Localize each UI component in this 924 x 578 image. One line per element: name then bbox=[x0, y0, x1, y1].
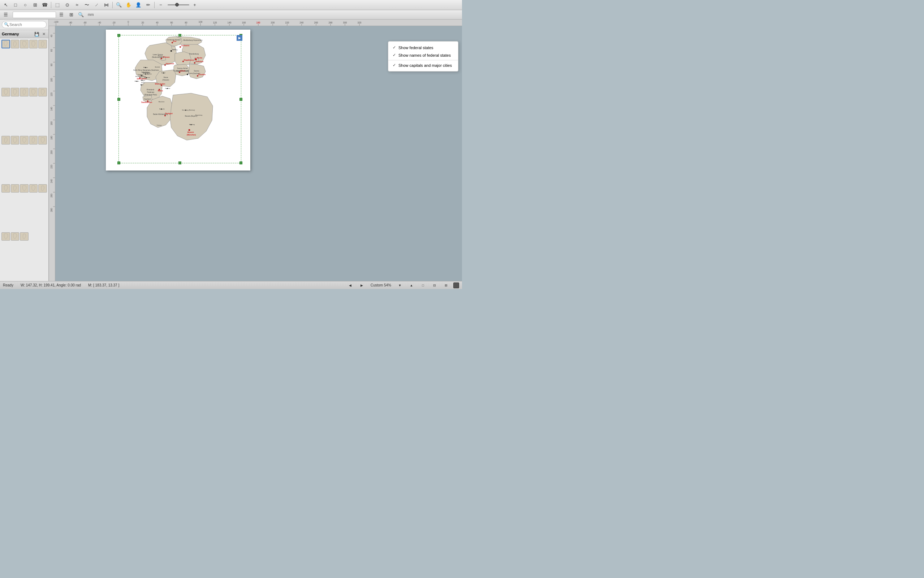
panel-close-btn[interactable]: ✕ bbox=[41, 31, 47, 37]
thumb-14[interactable] bbox=[29, 136, 38, 144]
svg-text:200: 200 bbox=[50, 150, 53, 154]
thumb-22[interactable] bbox=[11, 232, 19, 241]
next-page-btn[interactable]: ▶ bbox=[358, 281, 366, 289]
thumb-16[interactable] bbox=[2, 184, 10, 193]
label-rhineland3: (Rheinland-Pfalz) bbox=[144, 94, 157, 96]
label-mannheim: Mannheim bbox=[159, 101, 164, 102]
thumb-19[interactable] bbox=[29, 184, 38, 193]
view-multi-btn[interactable]: ⊞ bbox=[442, 281, 451, 289]
menu-item-capitals[interactable]: ✓ Show capitals and major cities bbox=[388, 62, 458, 69]
zoom-slider[interactable] bbox=[168, 4, 189, 5]
thumb-20[interactable] bbox=[38, 184, 47, 193]
freehand-tool[interactable]: 〜 bbox=[83, 1, 91, 9]
zoom-down-btn[interactable]: ▼ bbox=[396, 281, 404, 289]
user-tool[interactable]: 👤 bbox=[134, 1, 143, 9]
thumb-9[interactable] bbox=[29, 88, 38, 96]
label-munchen: (München) bbox=[187, 134, 196, 136]
zoom-level-label: Custom 54% bbox=[371, 283, 391, 287]
label-saarland: Saarland bbox=[144, 98, 151, 100]
svg-text:60: 60 bbox=[170, 21, 173, 24]
svg-text:40: 40 bbox=[156, 21, 159, 24]
thumb-23[interactable] bbox=[20, 232, 29, 241]
dot-bremen bbox=[161, 58, 162, 59]
panel-save-btn[interactable]: 💾 bbox=[34, 31, 40, 37]
menu-btn[interactable]: ☰ bbox=[2, 11, 10, 19]
label-regensburg: Regensburg bbox=[195, 115, 202, 116]
canvas-content[interactable]: Schleswig-Holstein Mecklenburg-Vorpommer… bbox=[55, 26, 462, 281]
thumb-6[interactable] bbox=[2, 88, 10, 96]
label-magdeburg: Magdeburg bbox=[184, 59, 194, 61]
svg-text:220: 220 bbox=[285, 21, 289, 24]
thumb-2[interactable] bbox=[11, 40, 19, 49]
search-wrap: 🔍 bbox=[2, 21, 47, 28]
pointer-tool[interactable]: ↖ bbox=[2, 1, 10, 9]
zoom-in-btn[interactable]: + bbox=[190, 1, 199, 9]
grid-view-btn[interactable]: ⊞ bbox=[67, 11, 76, 19]
zoom-tool[interactable]: 🔍 bbox=[115, 1, 123, 9]
label-berlin: Berlin bbox=[197, 57, 202, 59]
thumb-10[interactable] bbox=[38, 88, 47, 96]
dot-munster bbox=[145, 67, 146, 68]
table-tool[interactable]: ⊞ bbox=[31, 1, 39, 9]
canvas-container: 40 60 80 100 120 140 160 bbox=[49, 26, 462, 281]
thumb-15[interactable] bbox=[38, 136, 47, 144]
list-view-btn[interactable]: ☰ bbox=[57, 11, 66, 19]
zoom-out-btn[interactable]: − bbox=[156, 1, 165, 9]
zoom-thumb[interactable] bbox=[175, 3, 179, 6]
svg-text:160: 160 bbox=[242, 21, 246, 24]
view-dual-btn[interactable]: ⊟ bbox=[430, 281, 439, 289]
dot-berlin bbox=[195, 58, 197, 60]
dot-augsburg bbox=[191, 124, 191, 125]
thumb-1[interactable] bbox=[2, 40, 10, 49]
svg-text:260: 260 bbox=[314, 21, 318, 24]
thumb-7[interactable] bbox=[11, 88, 19, 96]
menu-item-federal-states[interactable]: ✓ Show federal states bbox=[388, 44, 458, 51]
menu-item-names-federal-states[interactable]: ✓ Show names of federal states bbox=[388, 51, 458, 59]
pan-tool[interactable]: ✋ bbox=[124, 1, 133, 9]
select-rect-tool[interactable]: ⬚ bbox=[53, 1, 62, 9]
label-dresden: Dresden bbox=[198, 73, 206, 76]
line-tool[interactable]: ⟋ bbox=[92, 1, 101, 9]
node-edit-tool[interactable]: ⋈ bbox=[102, 1, 110, 9]
rectangle-tool[interactable]: □ bbox=[11, 1, 20, 9]
filename-input[interactable] bbox=[13, 11, 56, 18]
thumb-21[interactable] bbox=[2, 232, 10, 241]
phone-tool[interactable]: ☎ bbox=[41, 1, 49, 9]
canvas-area[interactable]: -100 -80 -60 -40 -20 0 20 40 60 bbox=[49, 19, 462, 281]
thumb-3[interactable] bbox=[20, 40, 29, 49]
search-btn[interactable]: 🔍 bbox=[76, 11, 85, 19]
thumb-17[interactable] bbox=[11, 184, 19, 193]
thumb-4[interactable] bbox=[29, 40, 38, 49]
display-settings-btn[interactable] bbox=[453, 283, 459, 288]
label-freiburg: Freiburg bbox=[157, 125, 162, 126]
ellipse-tool[interactable]: ○ bbox=[21, 1, 30, 9]
svg-text:140: 140 bbox=[228, 21, 232, 24]
label-saxony: Saxony bbox=[194, 70, 199, 72]
dot-kassel bbox=[163, 73, 164, 73]
prev-page-btn[interactable]: ◀ bbox=[346, 281, 355, 289]
bezier-tool[interactable]: ≈ bbox=[73, 1, 81, 9]
svg-text:200: 200 bbox=[271, 21, 275, 24]
select-circle-tool[interactable]: ⊙ bbox=[63, 1, 71, 9]
thumb-13[interactable] bbox=[20, 136, 29, 144]
svg-text:120: 120 bbox=[213, 21, 217, 24]
label-bremen-small: Bremen bbox=[158, 55, 162, 57]
svg-text:100: 100 bbox=[50, 78, 53, 82]
thumb-18[interactable] bbox=[20, 184, 29, 193]
svg-text:180: 180 bbox=[50, 136, 53, 140]
dropdown-trigger-btn[interactable]: ▶ bbox=[237, 35, 242, 41]
thumb-12[interactable] bbox=[11, 136, 19, 144]
thumb-11[interactable] bbox=[2, 136, 10, 144]
map-container[interactable]: Schleswig-Holstein Mecklenburg-Vorpommer… bbox=[118, 35, 241, 163]
left-panel: 🔍 Germany 💾 ✕ bbox=[0, 19, 49, 281]
thumb-8[interactable] bbox=[20, 88, 29, 96]
label-munich: Munich bbox=[188, 131, 194, 133]
svg-text:260: 260 bbox=[50, 194, 53, 198]
view-single-btn[interactable]: □ bbox=[419, 281, 427, 289]
thumb-5[interactable] bbox=[38, 40, 47, 49]
separator-3 bbox=[154, 2, 155, 8]
eyedropper-tool[interactable]: ✏ bbox=[144, 1, 152, 9]
separator-1 bbox=[51, 2, 51, 8]
ruler-top: -100 -80 -60 -40 -20 0 20 40 60 bbox=[49, 19, 462, 26]
zoom-up-btn[interactable]: ▲ bbox=[407, 281, 416, 289]
